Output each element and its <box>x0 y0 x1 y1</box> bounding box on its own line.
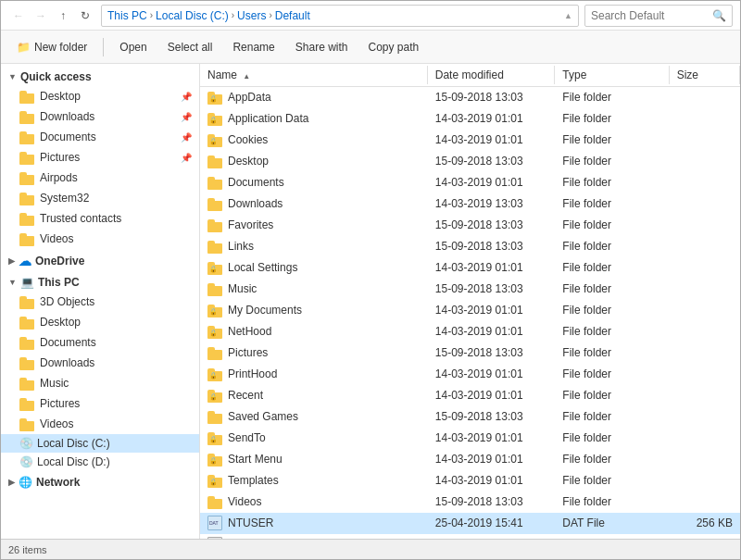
sidebar-item-music-pc[interactable]: Music <box>1 373 199 393</box>
quick-access-section: ▼ Quick access Desktop 📌 Downloads 📌 Doc… <box>1 68 199 249</box>
file-date: 15-09-2018 13:03 <box>428 239 556 254</box>
table-row[interactable]: Music 15-09-2018 13:03 File folder <box>200 279 740 300</box>
sidebar-item-videos-pc[interactable]: Videos <box>1 414 199 434</box>
folder-icon <box>19 294 34 309</box>
toolbar-separator <box>103 38 104 56</box>
table-row[interactable]: 🔒 PrintHood 14-03-2019 01:01 File folder <box>200 364 740 385</box>
sidebar-item-pictures-pc[interactable]: Pictures <box>1 393 199 414</box>
refresh-button[interactable]: ↻ <box>75 6 95 26</box>
folder-special-icon: 🔒 <box>207 430 222 445</box>
col-header-date[interactable]: Date modified <box>428 66 556 84</box>
sidebar-item-local-c[interactable]: 💿 Local Disc (C:) <box>1 434 199 453</box>
sidebar-item-videos-qa[interactable]: Videos <box>1 229 199 249</box>
file-name: Downloads <box>200 195 428 212</box>
file-date: 14-03-2019 01:01 <box>428 260 556 275</box>
pin-icon: 📌 <box>181 153 192 163</box>
search-box[interactable]: 🔍 <box>584 5 733 27</box>
folder-icon <box>19 396 34 411</box>
file-type: File folder <box>555 218 669 232</box>
table-row[interactable]: Favorites 15-09-2018 13:03 File folder <box>200 215 740 236</box>
chevron-right-icon: ▶ <box>8 478 15 487</box>
sidebar-item-label: Pictures <box>40 151 80 164</box>
table-row[interactable]: 🔒 Local Settings 14-03-2019 01:01 File f… <box>200 257 740 279</box>
rename-button[interactable]: Rename <box>224 35 283 59</box>
table-row[interactable]: Desktop 15-09-2018 13:03 File folder <box>200 151 740 172</box>
up-button[interactable]: ↑ <box>53 6 73 26</box>
table-row[interactable]: 🔒 Application Data 14-03-2019 01:01 File… <box>200 108 740 130</box>
file-size <box>670 96 740 98</box>
sidebar-item-3d-objects[interactable]: 3D Objects <box>1 292 199 312</box>
address-bar[interactable]: This PC › Local Disc (C:) › Users › Defa… <box>101 5 579 27</box>
share-button[interactable]: Share with <box>287 35 357 59</box>
sidebar-item-system32-qa[interactable]: System32 <box>1 188 199 208</box>
breadcrumb-this-pc[interactable]: This PC <box>107 9 147 22</box>
file-date: 14-03-2019 13:03 <box>428 196 556 211</box>
table-row[interactable]: 🔒 SendTo 14-03-2019 01:01 File folder <box>200 428 740 449</box>
table-row[interactable]: Documents 14-03-2019 01:01 File folder <box>200 172 740 193</box>
sidebar-item-documents-pc[interactable]: Documents <box>1 332 199 353</box>
onedrive-icon: ☁ <box>19 254 31 268</box>
sidebar-item-airpods-qa[interactable]: Airpods <box>1 168 199 188</box>
sidebar-item-desktop-qa[interactable]: Desktop 📌 <box>1 86 199 106</box>
folder-icon <box>19 130 34 144</box>
table-row[interactable]: 🔒 Templates 14-03-2019 01:01 File folder <box>200 470 740 492</box>
column-headers: Name ▲ Date modified Type Size <box>200 64 740 87</box>
file-type: File folder <box>555 452 669 467</box>
table-row[interactable]: 🔒 AppData 15-09-2018 13:03 File folder <box>200 87 740 108</box>
this-pc-header[interactable]: ▼ 💻 This PC <box>1 273 199 292</box>
sidebar-item-downloads-qa[interactable]: Downloads 📌 <box>1 106 199 127</box>
table-row[interactable]: 🔒 NetHood 14-03-2019 01:01 File folder <box>200 321 740 342</box>
folder-icon <box>207 345 222 360</box>
sidebar-item-trusted-qa[interactable]: Trusted contacts <box>1 208 199 229</box>
sidebar-item-local-d[interactable]: 💿 Local Disc (D:) <box>1 453 199 471</box>
network-header[interactable]: ▶ 🌐 Network <box>1 473 199 492</box>
file-name: Desktop <box>200 153 428 169</box>
file-size: 256 KB <box>670 516 740 530</box>
forward-button[interactable]: → <box>31 6 51 26</box>
file-size <box>670 224 740 226</box>
file-date: 14-03-2019 01:01 <box>428 452 556 467</box>
col-header-name[interactable]: Name ▲ <box>200 66 428 84</box>
select-all-button[interactable]: Select all <box>159 35 221 59</box>
folder-icon <box>207 196 222 211</box>
file-size <box>670 437 740 439</box>
table-row[interactable]: Videos 15-09-2018 13:03 File folder <box>200 492 740 513</box>
network-label: Network <box>36 476 80 489</box>
breadcrumb-local-c[interactable]: Local Disc (C:) <box>156 9 229 22</box>
sidebar-item-documents-qa[interactable]: Documents 📌 <box>1 127 199 147</box>
table-row[interactable]: 🔒 My Documents 14-03-2019 01:01 File fol… <box>200 300 740 321</box>
table-row[interactable]: Downloads 14-03-2019 13:03 File folder <box>200 193 740 215</box>
file-name: Documents <box>200 174 428 191</box>
breadcrumb-default[interactable]: Default <box>275 9 310 22</box>
folder-icon <box>19 335 34 350</box>
search-input[interactable] <box>591 9 712 22</box>
sidebar-item-desktop-pc[interactable]: Desktop <box>1 312 199 332</box>
table-row[interactable]: NTUSER 25-04-2019 15:41 DAT File 256 KB <box>200 513 740 534</box>
quick-access-header[interactable]: ▼ Quick access <box>1 68 199 86</box>
copy-path-button[interactable]: Copy path <box>359 35 427 59</box>
table-row[interactable]: Saved Games 15-09-2018 13:03 File folder <box>200 406 740 428</box>
folder-special-icon: 🔒 <box>207 260 222 275</box>
table-row[interactable]: 🔒 Start Menu 14-03-2019 01:01 File folde… <box>200 449 740 470</box>
table-row[interactable]: Pictures 15-09-2018 13:03 File folder <box>200 342 740 364</box>
new-folder-button[interactable]: 📁 New folder <box>8 35 95 59</box>
file-type: File folder <box>555 409 669 424</box>
file-type: File folder <box>555 281 669 296</box>
onedrive-header[interactable]: ▶ ☁ OneDrive <box>1 251 199 271</box>
this-pc-section: ▼ 💻 This PC 3D Objects Desktop Documents <box>1 273 199 471</box>
back-button[interactable]: ← <box>8 6 29 26</box>
folder-special-icon: 🔒 <box>207 473 222 488</box>
sidebar-item-label: Videos <box>40 232 73 245</box>
table-row[interactable]: Links 15-09-2018 13:03 File folder <box>200 236 740 257</box>
col-header-type[interactable]: Type <box>555 66 669 84</box>
breadcrumb-users[interactable]: Users <box>237 9 266 22</box>
sidebar-item-pictures-qa[interactable]: Pictures 📌 <box>1 147 199 168</box>
open-button[interactable]: Open <box>111 35 155 59</box>
sidebar-item-label: Airpods <box>40 171 78 184</box>
table-row[interactable]: 🔒 Cookies 14-03-2019 01:01 File folder <box>200 130 740 151</box>
col-header-size[interactable]: Size <box>670 66 740 84</box>
table-row[interactable]: 🔒 Recent 14-03-2019 01:01 File folder <box>200 385 740 406</box>
sidebar-item-downloads-pc[interactable]: Downloads <box>1 353 199 373</box>
file-name: Saved Games <box>200 408 428 425</box>
file-size <box>670 309 740 311</box>
